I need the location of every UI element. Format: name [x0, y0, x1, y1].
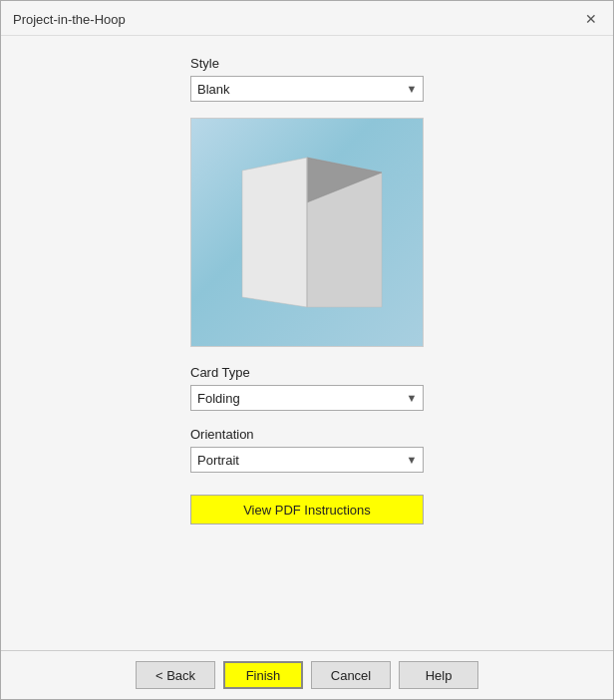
view-pdf-button[interactable]: View PDF Instructions	[190, 495, 424, 525]
finish-button[interactable]: Finish	[223, 661, 303, 689]
card-illustration	[227, 143, 387, 322]
close-button[interactable]: ✕	[581, 9, 601, 29]
orientation-dropdown[interactable]: Portrait Landscape	[190, 447, 424, 473]
title-bar: Project-in-the-Hoop ✕	[1, 1, 613, 36]
orientation-dropdown-wrapper: Portrait Landscape ▼	[190, 447, 424, 473]
dialog-footer: < Back Finish Cancel Help	[1, 650, 613, 699]
back-button[interactable]: < Back	[136, 661, 215, 689]
dialog-title: Project-in-the-Hoop	[13, 12, 126, 27]
content-area: Style Blank Greeting Card Gift Card ▼	[1, 36, 613, 650]
card-type-dropdown[interactable]: Folding Single Tri-fold	[190, 385, 424, 411]
style-dropdown[interactable]: Blank Greeting Card Gift Card	[190, 76, 424, 102]
style-label: Style	[190, 56, 219, 71]
style-dropdown-wrapper: Blank Greeting Card Gift Card ▼	[190, 76, 424, 102]
svg-marker-2	[242, 158, 307, 307]
card-type-label: Card Type	[190, 365, 250, 380]
card-type-dropdown-wrapper: Folding Single Tri-fold ▼	[190, 385, 424, 411]
card-preview	[190, 118, 424, 347]
help-button[interactable]: Help	[399, 661, 478, 689]
cancel-button[interactable]: Cancel	[311, 661, 391, 689]
orientation-label: Orientation	[190, 427, 254, 442]
dialog-window: Project-in-the-Hoop ✕ Style Blank Greeti…	[0, 0, 614, 700]
